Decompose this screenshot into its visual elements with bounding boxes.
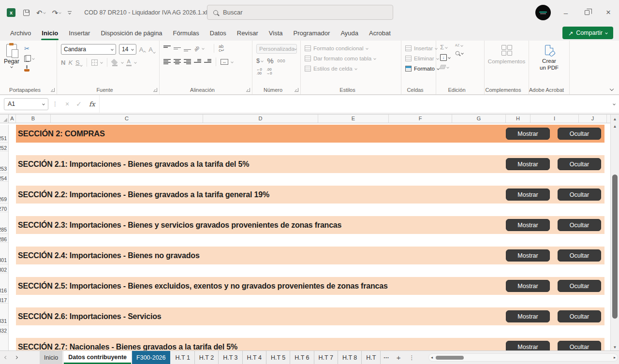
ribbon-tab[interactable]: Datos (205, 25, 232, 41)
column-header[interactable]: E (318, 115, 389, 123)
section-title-cell[interactable]: SECCIÓN 2.6: Importaciones - Servicios M… (16, 307, 604, 325)
ocultar-button[interactable]: Ocultar (558, 341, 601, 350)
search-input[interactable]: Buscar (207, 5, 393, 20)
underline-icon[interactable]: S (75, 59, 82, 66)
scroll-up-icon[interactable]: ▲ (610, 115, 619, 123)
dialog-launcher-icon[interactable] (51, 88, 55, 92)
italic-icon[interactable]: K (68, 59, 73, 66)
align-top-icon[interactable] (163, 45, 171, 51)
sheet-tab[interactable]: H.T 7 (314, 351, 338, 364)
more-sheets-icon[interactable]: ••• (381, 351, 392, 364)
section-title-cell[interactable]: SECCIÓN 2.2: Importaciones - Bienes grav… (16, 186, 604, 204)
decrease-font-icon[interactable]: A (148, 46, 155, 53)
ribbon-tab[interactable]: Insertar (63, 25, 95, 41)
format-as-table-button[interactable]: Dar formato como tabla (305, 54, 397, 62)
save-icon[interactable] (23, 10, 29, 16)
cell-col-a[interactable] (9, 125, 16, 143)
collapse-ribbon-icon[interactable] (610, 87, 614, 91)
clear-button[interactable] (440, 65, 450, 69)
ocultar-button[interactable]: Ocultar (558, 219, 601, 231)
close-icon[interactable]: × (598, 0, 619, 25)
comma-format-icon[interactable]: 000 (278, 58, 286, 63)
font-color-icon[interactable]: A (126, 59, 132, 66)
sheet-tab[interactable]: H.T 8 (338, 351, 362, 364)
align-middle-icon[interactable] (174, 45, 181, 51)
customize-toolbar-icon[interactable] (68, 11, 72, 15)
row-header[interactable]: 253 (0, 155, 9, 173)
mostrar-button[interactable]: Mostrar (506, 219, 550, 231)
sheet-options-icon[interactable]: ⋮ (405, 351, 419, 364)
section-title-cell[interactable]: SECCIÓN 2.7: Nacionales - Bienes gravado… (16, 338, 604, 350)
addins-button[interactable]: Complementos (485, 41, 529, 65)
sheet-tab[interactable]: H.T 5 (266, 351, 290, 364)
increase-indent-icon[interactable] (204, 59, 211, 65)
autosum-button[interactable]: Σ (440, 44, 450, 50)
column-header[interactable]: J (579, 115, 607, 123)
mostrar-button[interactable]: Mostrar (506, 128, 550, 140)
decrease-decimal-icon[interactable]: .00 →0 (266, 68, 272, 76)
align-center-icon[interactable] (174, 59, 181, 65)
mostrar-button[interactable]: Mostrar (506, 249, 550, 262)
currency-format-icon[interactable]: $ (256, 57, 260, 64)
vertical-scrollbar[interactable]: ▲ ▼ (610, 123, 619, 350)
row-header[interactable]: 332 (0, 325, 9, 338)
cell-col-a[interactable] (9, 307, 16, 325)
scroll-up-icon[interactable]: ▲ (611, 124, 619, 129)
sheet-tab[interactable]: Inicio (40, 351, 62, 364)
align-right-icon[interactable] (184, 59, 191, 65)
row-header[interactable]: 331 (0, 307, 9, 325)
mostrar-button[interactable]: Mostrar (506, 158, 550, 170)
user-avatar[interactable] (535, 5, 551, 20)
insert-cells-button[interactable]: Insertar (405, 44, 432, 52)
font-name-select[interactable]: Candara (61, 44, 116, 55)
ocultar-button[interactable]: Ocultar (558, 128, 601, 140)
ocultar-button[interactable]: Ocultar (558, 158, 601, 170)
column-header[interactable]: A (9, 115, 16, 123)
scroll-left-icon[interactable]: ◂ (429, 355, 435, 360)
minimize-icon[interactable]: – (555, 0, 576, 25)
format-painter-icon[interactable] (24, 65, 30, 72)
sheet-tab[interactable]: Datos contribuyente (64, 351, 131, 364)
percent-format-icon[interactable]: % (267, 57, 273, 65)
bold-icon[interactable]: N (61, 59, 65, 66)
row-header[interactable]: 254 (0, 173, 9, 186)
undo-icon[interactable]: ↶ (36, 9, 45, 16)
cell-col-a[interactable] (9, 186, 16, 204)
decrease-indent-icon[interactable] (194, 59, 201, 65)
row-header[interactable]: 317 (0, 295, 9, 307)
share-button[interactable]: ↗ Compartir (562, 27, 613, 39)
column-header[interactable]: B (16, 115, 51, 123)
column-header[interactable]: H (506, 115, 531, 123)
sort-filter-button[interactable]: AZ (455, 44, 463, 47)
section-title-cell[interactable]: SECCIÓN 2.1: Importaciones - Bienes grav… (16, 155, 604, 173)
ribbon-tab[interactable]: Acrobat (364, 25, 396, 41)
scrollbar-thumb[interactable] (436, 356, 464, 360)
sheet-tab[interactable]: H.T 4 (243, 351, 266, 364)
section-title-cell[interactable]: SECCIÓN 2.4: Importaciones - Bienes no g… (16, 247, 604, 264)
cell-col-a[interactable] (9, 155, 16, 173)
ribbon-tab[interactable]: Disposición de página (95, 25, 167, 41)
row-header[interactable]: 252 (0, 143, 9, 155)
ocultar-button[interactable]: Ocultar (558, 189, 601, 201)
column-header[interactable]: D (203, 115, 318, 123)
sheet-tab[interactable]: F300-2026 (132, 351, 170, 364)
sheet-tab[interactable]: H.T 3 (219, 351, 242, 364)
row-header[interactable]: 270 (0, 204, 9, 216)
ribbon-tab[interactable]: Archivo (5, 25, 36, 41)
ribbon-tab[interactable]: Ayuda (335, 25, 364, 41)
row-header[interactable]: 251 (0, 125, 9, 143)
mostrar-button[interactable]: Mostrar (506, 280, 550, 292)
cell-col-a[interactable] (9, 338, 16, 350)
number-format-select[interactable]: Personalizada (256, 44, 297, 54)
row-header[interactable]: 286 (0, 234, 9, 247)
ocultar-button[interactable]: Ocultar (558, 249, 601, 262)
section-title-cell[interactable]: SECCIÓN 2.3: Importaciones - Bienes y se… (16, 216, 604, 234)
find-select-button[interactable] (455, 51, 463, 56)
section-title-cell[interactable]: SECCIÓN 2: COMPRAS Mostrar Ocultar (16, 125, 604, 143)
borders-icon[interactable] (91, 59, 98, 66)
formula-input[interactable] (99, 95, 609, 113)
cut-icon[interactable]: ✂ (24, 45, 34, 52)
row-header[interactable] (0, 338, 9, 350)
ribbon-tab[interactable]: Programador (288, 25, 336, 41)
section-title-cell[interactable]: SECCIÓN 2.5: Importaciones - Bienes excl… (16, 277, 604, 295)
